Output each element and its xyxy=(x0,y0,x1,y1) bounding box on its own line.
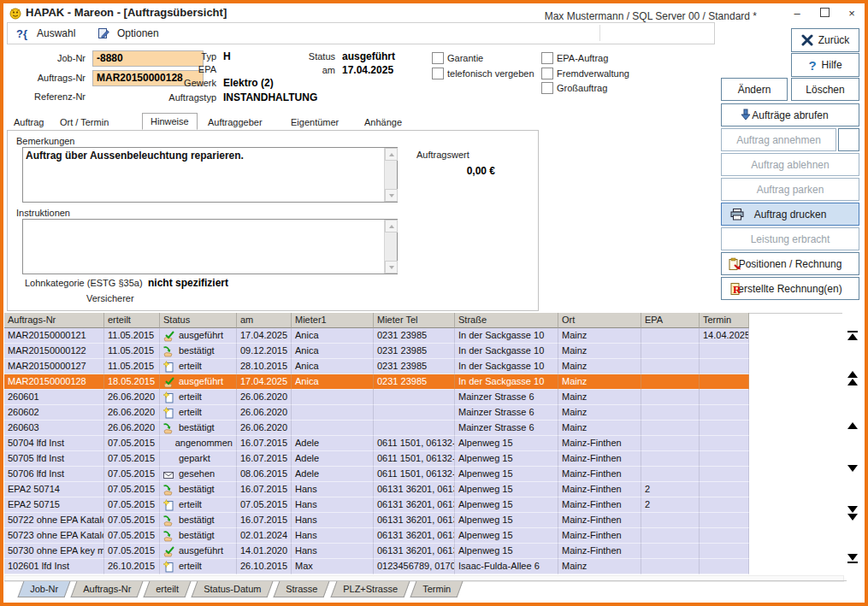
cell-status: bestätigt xyxy=(160,344,237,359)
column-header[interactable]: Termin xyxy=(700,313,749,328)
maximize-button[interactable] xyxy=(812,6,836,21)
tab-anhaenge[interactable]: Anhänge xyxy=(364,117,402,127)
table-row[interactable]: 50705 lfd Inst07.05.2015geparkt16.07.201… xyxy=(4,451,749,467)
cell-mieter1: Anica xyxy=(292,328,374,344)
scroll-first-button[interactable] xyxy=(843,328,862,342)
scroll-up-button[interactable] xyxy=(843,419,862,432)
table-row[interactable]: 50706 lfd Inst07.05.2015gesehen08.06.201… xyxy=(4,467,749,482)
scroll-down-button[interactable] xyxy=(385,261,398,274)
cell-am: 02.01.2024 xyxy=(237,528,292,544)
tab-eigentuemer[interactable]: Eigentümer xyxy=(291,117,339,127)
grossauftrag-checkbox[interactable] xyxy=(541,82,553,94)
auftrag-annehmen-button[interactable]: Auftrag annehmen xyxy=(721,128,836,151)
sort-tab-job-nr[interactable]: Job-Nr xyxy=(18,581,71,597)
auftrag-parken-button[interactable]: Auftrag parken xyxy=(721,178,859,201)
aendern-button[interactable]: Ändern xyxy=(721,78,788,101)
tab-hinweise[interactable]: Hinweise xyxy=(142,113,198,130)
column-header[interactable]: Mieter Tel xyxy=(374,313,455,328)
zurueck-button[interactable]: Zurück xyxy=(791,28,859,52)
epa-auftrag-checkbox[interactable] xyxy=(541,52,553,64)
column-header[interactable]: Status xyxy=(160,313,237,328)
menu-item-optionen[interactable]: Optionen xyxy=(97,26,159,40)
close-button[interactable]: × xyxy=(840,6,864,21)
instruktionen-scrollbar[interactable] xyxy=(384,220,397,274)
table-row[interactable]: 50704 lfd Inst07.05.2015angenommen16.07.… xyxy=(4,436,749,451)
column-header[interactable]: EPA xyxy=(641,313,700,328)
table-row[interactable]: MAR2015000012711.05.2015erteilt28.10.201… xyxy=(4,359,749,374)
scroll-down-button[interactable] xyxy=(843,462,862,475)
cell-mieter1: Adele xyxy=(292,436,374,451)
table-row[interactable]: 50722 ohne EPA Katalog07.05.2015bestätig… xyxy=(4,513,749,528)
leistung-erbracht-button[interactable]: Leistung erbracht xyxy=(721,227,859,250)
sort-tab-strasse[interactable]: Strasse xyxy=(274,581,330,597)
garantie-checkbox[interactable] xyxy=(432,52,444,64)
instruktionen-textarea[interactable] xyxy=(22,219,398,274)
scroll-up-button[interactable] xyxy=(385,220,398,232)
erstellte-rechnungen-button[interactable]: R erstellte Rechnung(en) xyxy=(721,277,859,300)
cell-auftrags_nr: MAR20150000127 xyxy=(4,359,104,374)
cell-erteilt: 07.05.2015 xyxy=(104,497,160,513)
cell-status: erteilt xyxy=(160,559,237,574)
scroll-up-button[interactable] xyxy=(385,148,398,161)
scroll-last-button[interactable] xyxy=(843,551,862,565)
bemerkungen-textarea[interactable]: Auftrag über Aussenbeleuchtung repariere… xyxy=(22,147,398,203)
sort-tab-erteilt[interactable]: erteilt xyxy=(144,581,192,597)
column-header[interactable]: Straße xyxy=(455,313,558,328)
column-header[interactable]: Auftrags-Nr xyxy=(4,313,104,328)
status-text: bestätigt xyxy=(179,421,215,435)
annehmen-extra-button[interactable] xyxy=(838,128,859,151)
sort-tab-plz-strasse[interactable]: PLZ+Strasse xyxy=(330,581,410,597)
cell-am: 16.07.2015 xyxy=(237,482,292,497)
invoice-positions-icon xyxy=(728,257,741,271)
cell-am: 17.04.2025 xyxy=(237,374,292,390)
scroll-pageup-button[interactable] xyxy=(843,371,862,385)
table-row[interactable]: EPA2 5071407.05.2015bestätigt16.07.2015H… xyxy=(4,482,749,497)
garantie-label: Garantie xyxy=(447,53,483,63)
tab-ort-termin[interactable]: Ort / Termin xyxy=(60,117,109,127)
table-row[interactable]: MAR2015000012818.05.2015ausgeführt17.04.… xyxy=(4,374,749,390)
cell-mieter_tel: 06131 36201, 0613 xyxy=(374,482,455,497)
sort-tab-termin[interactable]: Termin xyxy=(410,581,463,597)
telefonisch-checkbox[interactable] xyxy=(432,68,444,79)
hilfe-button[interactable]: ? Hilfe xyxy=(791,53,859,77)
auftrag-ablehnen-button[interactable]: Auftrag ablehnen xyxy=(721,153,859,176)
fremdverwaltung-checkbox[interactable] xyxy=(541,68,553,79)
loeschen-button[interactable]: Löschen xyxy=(791,78,859,101)
menu-item-auswahl[interactable]: ?{ Auswahl xyxy=(16,26,75,40)
rechnungen-label: erstellte Rechnung(en) xyxy=(738,283,841,295)
table-row[interactable]: 102601 lfd Inst26.10.2015erteilt26.10.20… xyxy=(4,559,749,574)
tab-auftraggeber[interactable]: Auftraggeber xyxy=(208,117,263,127)
auftraege-abrufen-button[interactable]: Aufträge abrufen xyxy=(721,103,859,126)
bemerkungen-scrollbar[interactable] xyxy=(384,148,397,202)
table-row[interactable]: 26060226.06.2020erteilt26.06.2020Mainzer… xyxy=(4,405,749,421)
auftrag-drucken-button[interactable]: Auftrag drucken xyxy=(721,203,859,226)
table-row[interactable]: 26060126.06.2020erteilt26.06.2020Mainzer… xyxy=(4,390,749,405)
cell-ort: Mainz-Finthen xyxy=(558,528,641,544)
column-header[interactable]: Ort xyxy=(558,313,641,328)
table-row[interactable]: 26060326.06.2020bestätigt26.06.2020Mainz… xyxy=(4,421,749,436)
cell-mieter_tel: 06131 36201, 0613 xyxy=(374,513,455,528)
positionen-rechnung-button[interactable]: Positionen / Rechnung xyxy=(721,252,859,275)
table-row[interactable]: MAR2015000012211.05.2015bestätigt09.12.2… xyxy=(4,344,749,359)
tab-auftrag[interactable]: Auftrag xyxy=(14,117,44,127)
table-row[interactable]: MAR2015000012111.05.2015ausgeführt17.04.… xyxy=(4,328,749,344)
table-row[interactable]: 50730 ohne EPA key mat07.05.2015ausgefüh… xyxy=(4,544,749,559)
scroll-down-button[interactable] xyxy=(385,189,398,202)
cell-erteilt: 07.05.2015 xyxy=(104,451,160,467)
cell-termin xyxy=(700,497,749,513)
sort-tab-status-datum[interactable]: Status-Datum xyxy=(192,581,274,597)
column-header[interactable]: erteilt xyxy=(104,313,160,328)
column-header[interactable]: am xyxy=(237,313,292,328)
scroll-pagedown-button[interactable] xyxy=(843,506,862,520)
table-row[interactable]: EPA2 5071507.05.2015erteilt07.05.2015Han… xyxy=(4,497,749,513)
status-executed-icon xyxy=(162,330,175,342)
cell-strasse: Mainzer Strasse 6 xyxy=(455,405,558,421)
minimize-button[interactable]: – xyxy=(785,6,809,21)
column-header[interactable]: Mieter1 xyxy=(292,313,374,328)
session-label: Max Mustermann / SQL Server 00 / Standar… xyxy=(513,10,757,22)
sort-tab-auftrags-nr[interactable]: Auftrags-Nr xyxy=(71,581,144,597)
table-row[interactable]: 50723 ohne EPA Katalog07.05.2015bestätig… xyxy=(4,528,749,544)
cell-termin xyxy=(700,374,749,390)
versicherer-label: Versicherer xyxy=(86,293,134,303)
status-issued-icon xyxy=(162,407,175,419)
